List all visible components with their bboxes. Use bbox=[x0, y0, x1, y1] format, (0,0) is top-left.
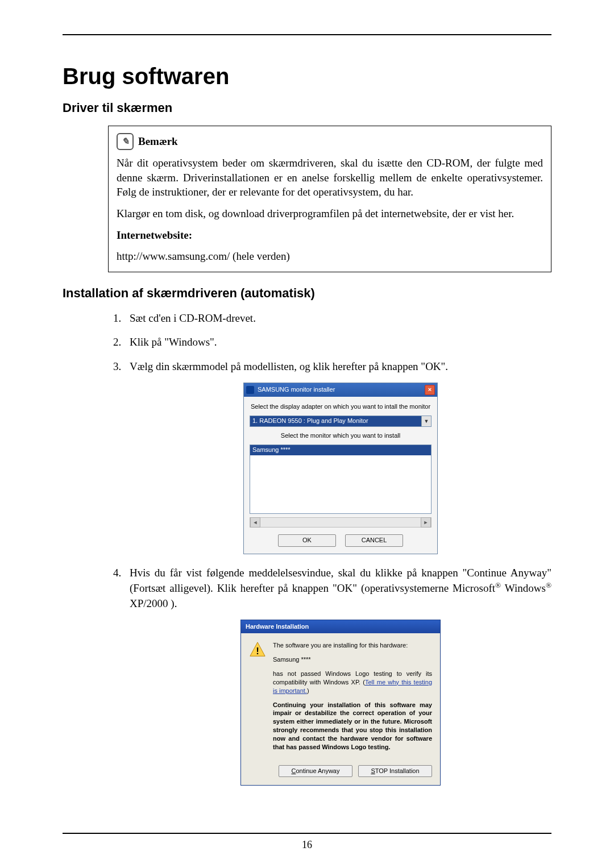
installer-label-adapter: Select the display adapter on which you … bbox=[250, 402, 432, 411]
note-website-label: Internetwebsite: bbox=[117, 228, 543, 243]
note-title: Bemærk bbox=[138, 134, 178, 149]
hw-line-2: Samsung **** bbox=[273, 655, 432, 664]
hw-line-3: has not passed Windows Logo testing to v… bbox=[273, 670, 432, 695]
hw-warning-paragraph: Continuing your installation of this sof… bbox=[273, 701, 432, 751]
ok-button[interactable]: OK bbox=[278, 534, 336, 546]
svg-text:!: ! bbox=[256, 646, 259, 657]
continue-anyway-button[interactable]: Continue Anyway bbox=[279, 765, 352, 777]
hw-titlebar: Hardware Installation bbox=[241, 620, 440, 633]
note-url: http://www.samsung.com/ (hele verden) bbox=[117, 249, 543, 264]
monitor-listbox[interactable]: Samsung **** bbox=[250, 445, 432, 514]
section-install: Installation af skærmdriveren (automatis… bbox=[63, 286, 551, 301]
top-rule bbox=[63, 34, 551, 35]
step-3: Vælg din skærmmodel på modellisten, og k… bbox=[124, 359, 551, 554]
step-4-text-a: Hvis du får vist følgende meddelelsesvin… bbox=[130, 567, 551, 595]
note-paragraph-2: Klargør en tom disk, og download driverp… bbox=[117, 206, 543, 221]
install-steps: Sæt cd'en i CD-ROM-drevet. Klik på "Wind… bbox=[108, 311, 551, 786]
monitor-list-item[interactable]: Samsung **** bbox=[250, 445, 431, 455]
list-hscrollbar[interactable]: ◄ ► bbox=[250, 517, 432, 528]
installer-label-monitor: Select the monitor which you want to ins… bbox=[250, 431, 432, 440]
note-icon: ✎ bbox=[117, 133, 134, 150]
step-4: Hvis du får vist følgende meddelelsesvin… bbox=[124, 566, 551, 786]
reg-mark-1: ® bbox=[495, 581, 501, 589]
step-3-text: Vælg din skærmmodel på modellisten, og k… bbox=[130, 360, 448, 372]
hardware-installation-dialog: Hardware Installation ! The software you… bbox=[240, 620, 441, 786]
adapter-selected: 1. RADEON 9550 : Plug and Play Monitor bbox=[250, 416, 421, 426]
reg-mark-2: ® bbox=[546, 581, 551, 589]
step-2: Klik på "Windows". bbox=[124, 335, 551, 350]
stop-installation-button[interactable]: STOP Installation bbox=[358, 765, 432, 777]
section-driver: Driver til skærmen bbox=[63, 101, 551, 115]
samsung-installer-dialog: SAMSUNG monitor installer × Select the d… bbox=[243, 383, 438, 554]
adapter-dropdown[interactable]: 1. RADEON 9550 : Plug and Play Monitor ▼ bbox=[250, 416, 432, 427]
note-paragraph-1: Når dit operativsystem beder om skærmdri… bbox=[117, 156, 543, 200]
scroll-left-icon[interactable]: ◄ bbox=[250, 517, 260, 528]
installer-titlebar: SAMSUNG monitor installer × bbox=[244, 383, 437, 397]
installer-title-text: SAMSUNG monitor installer bbox=[258, 385, 335, 394]
note-box: ✎ Bemærk Når dit operativsystem beder om… bbox=[108, 126, 551, 272]
hw-line-1: The software you are installing for this… bbox=[273, 641, 432, 650]
page-title: Brug softwaren bbox=[63, 64, 551, 89]
warning-icon: ! bbox=[249, 641, 266, 658]
cancel-button[interactable]: CANCEL bbox=[345, 534, 403, 546]
installer-logo-icon bbox=[246, 386, 254, 394]
page-number: 16 bbox=[0, 839, 614, 851]
step-1: Sæt cd'en i CD-ROM-drevet. bbox=[124, 311, 551, 326]
step-4-text-b: Windows bbox=[501, 583, 546, 595]
chevron-down-icon[interactable]: ▼ bbox=[421, 416, 431, 426]
close-icon[interactable]: × bbox=[425, 385, 435, 395]
bottom-rule bbox=[63, 833, 551, 834]
scroll-right-icon[interactable]: ► bbox=[421, 517, 431, 528]
step-4-text-c: XP/2000 ). bbox=[130, 597, 177, 609]
